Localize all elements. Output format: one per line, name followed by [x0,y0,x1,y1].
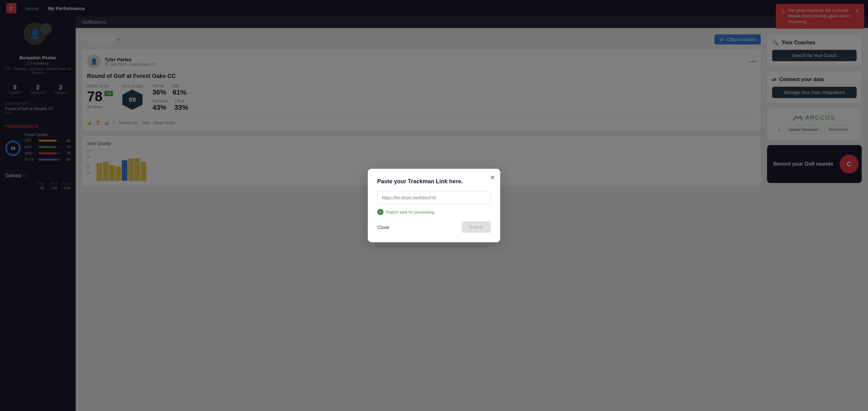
success-text: Report sent for processing [386,210,434,215]
modal-overlay[interactable]: ✕ Paste your Trackman Link here. ✓ Repor… [0,0,868,411]
success-check-icon: ✓ [377,209,383,215]
trackman-modal: ✕ Paste your Trackman Link here. ✓ Repor… [368,169,500,242]
modal-close-button[interactable]: ✕ [490,174,495,181]
modal-actions: Close Submit [377,221,491,233]
modal-close-label-button[interactable]: Close [377,225,389,230]
modal-title: Paste your Trackman Link here. [377,178,491,185]
trackman-link-input[interactable] [377,191,491,204]
modal-submit-button[interactable]: Submit [462,221,491,233]
modal-success-message: ✓ Report sent for processing [377,209,491,215]
